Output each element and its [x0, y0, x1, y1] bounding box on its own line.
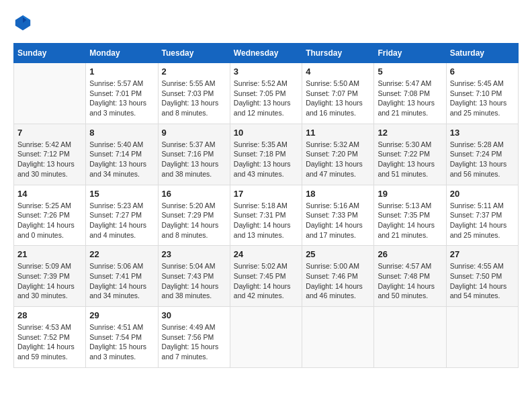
day-number: 6	[450, 66, 515, 77]
day-cell	[446, 307, 518, 368]
day-header-thursday: Thursday	[302, 44, 374, 63]
day-info: Sunrise: 5:11 AM Sunset: 7:37 PM Dayligh…	[450, 201, 515, 240]
day-cell: 29Sunrise: 4:51 AM Sunset: 7:54 PM Dayli…	[86, 307, 158, 368]
day-cell: 5Sunrise: 5:47 AM Sunset: 7:08 PM Daylig…	[374, 63, 446, 124]
day-cell: 20Sunrise: 5:11 AM Sunset: 7:37 PM Dayli…	[446, 185, 518, 246]
day-number: 22	[89, 249, 154, 259]
day-number: 13	[450, 128, 515, 138]
day-info: Sunrise: 5:00 AM Sunset: 7:46 PM Dayligh…	[306, 261, 370, 301]
day-cell: 14Sunrise: 5:25 AM Sunset: 7:26 PM Dayli…	[14, 185, 86, 246]
day-number: 8	[89, 128, 154, 138]
day-number: 27	[450, 249, 515, 259]
day-info: Sunrise: 5:20 AM Sunset: 7:29 PM Dayligh…	[162, 201, 226, 240]
day-cell	[14, 63, 86, 124]
week-row-3: 14Sunrise: 5:25 AM Sunset: 7:26 PM Dayli…	[14, 185, 519, 246]
day-info: Sunrise: 5:06 AM Sunset: 7:41 PM Dayligh…	[89, 261, 154, 301]
day-info: Sunrise: 5:04 AM Sunset: 7:43 PM Dayligh…	[162, 261, 226, 301]
day-info: Sunrise: 5:57 AM Sunset: 7:01 PM Dayligh…	[89, 79, 154, 118]
day-info: Sunrise: 5:55 AM Sunset: 7:03 PM Dayligh…	[162, 79, 226, 118]
day-number: 9	[162, 128, 226, 138]
day-cell: 17Sunrise: 5:18 AM Sunset: 7:31 PM Dayli…	[230, 185, 302, 246]
day-info: Sunrise: 5:35 AM Sunset: 7:18 PM Dayligh…	[234, 140, 298, 179]
day-number: 26	[378, 249, 442, 259]
day-info: Sunrise: 4:51 AM Sunset: 7:54 PM Dayligh…	[89, 322, 154, 362]
day-info: Sunrise: 5:50 AM Sunset: 7:07 PM Dayligh…	[306, 79, 370, 118]
day-cell: 12Sunrise: 5:30 AM Sunset: 7:22 PM Dayli…	[374, 124, 446, 185]
day-cell: 19Sunrise: 5:13 AM Sunset: 7:35 PM Dayli…	[374, 185, 446, 246]
week-row-4: 21Sunrise: 5:09 AM Sunset: 7:39 PM Dayli…	[14, 246, 519, 307]
day-header-sunday: Sunday	[14, 44, 86, 63]
day-number: 11	[306, 128, 370, 138]
day-cell: 8Sunrise: 5:40 AM Sunset: 7:14 PM Daylig…	[86, 124, 158, 185]
day-info: Sunrise: 5:16 AM Sunset: 7:33 PM Dayligh…	[306, 201, 370, 240]
day-cell: 3Sunrise: 5:52 AM Sunset: 7:05 PM Daylig…	[230, 63, 302, 124]
day-cell: 26Sunrise: 4:57 AM Sunset: 7:48 PM Dayli…	[374, 246, 446, 307]
day-number: 19	[378, 189, 442, 199]
day-info: Sunrise: 5:47 AM Sunset: 7:08 PM Dayligh…	[378, 79, 442, 118]
day-number: 3	[234, 66, 298, 77]
calendar-table: SundayMondayTuesdayWednesdayThursdayFrid…	[13, 43, 519, 368]
day-number: 25	[306, 249, 370, 259]
day-cell: 22Sunrise: 5:06 AM Sunset: 7:41 PM Dayli…	[86, 246, 158, 307]
day-cell: 6Sunrise: 5:45 AM Sunset: 7:10 PM Daylig…	[446, 63, 518, 124]
day-cell: 15Sunrise: 5:23 AM Sunset: 7:27 PM Dayli…	[86, 185, 158, 246]
day-number: 14	[17, 189, 82, 199]
day-number: 23	[162, 249, 226, 259]
day-number: 30	[162, 310, 226, 320]
day-info: Sunrise: 4:49 AM Sunset: 7:56 PM Dayligh…	[162, 322, 226, 362]
day-number: 7	[17, 128, 82, 138]
day-number: 5	[378, 66, 442, 77]
day-number: 21	[17, 249, 82, 259]
day-info: Sunrise: 5:02 AM Sunset: 7:45 PM Dayligh…	[234, 261, 298, 301]
day-cell: 13Sunrise: 5:28 AM Sunset: 7:24 PM Dayli…	[446, 124, 518, 185]
day-info: Sunrise: 5:09 AM Sunset: 7:39 PM Dayligh…	[17, 261, 82, 301]
day-number: 4	[306, 66, 370, 77]
day-number: 29	[89, 310, 154, 320]
day-info: Sunrise: 5:28 AM Sunset: 7:24 PM Dayligh…	[450, 140, 515, 179]
day-cell: 9Sunrise: 5:37 AM Sunset: 7:16 PM Daylig…	[158, 124, 230, 185]
day-cell: 24Sunrise: 5:02 AM Sunset: 7:45 PM Dayli…	[230, 246, 302, 307]
day-cell: 23Sunrise: 5:04 AM Sunset: 7:43 PM Dayli…	[158, 246, 230, 307]
day-info: Sunrise: 5:42 AM Sunset: 7:12 PM Dayligh…	[17, 140, 82, 179]
day-number: 1	[89, 66, 154, 77]
day-cell	[374, 307, 446, 368]
day-info: Sunrise: 5:37 AM Sunset: 7:16 PM Dayligh…	[162, 140, 226, 179]
day-info: Sunrise: 4:57 AM Sunset: 7:48 PM Dayligh…	[378, 261, 442, 301]
day-cell: 1Sunrise: 5:57 AM Sunset: 7:01 PM Daylig…	[86, 63, 158, 124]
logo-icon	[13, 13, 32, 32]
page-header	[13, 13, 519, 32]
day-cell: 27Sunrise: 4:55 AM Sunset: 7:50 PM Dayli…	[446, 246, 518, 307]
day-number: 12	[378, 128, 442, 138]
day-info: Sunrise: 5:52 AM Sunset: 7:05 PM Dayligh…	[234, 79, 298, 118]
week-row-5: 28Sunrise: 4:53 AM Sunset: 7:52 PM Dayli…	[14, 307, 519, 368]
day-header-tuesday: Tuesday	[158, 44, 230, 63]
day-info: Sunrise: 5:30 AM Sunset: 7:22 PM Dayligh…	[378, 140, 442, 179]
day-cell: 2Sunrise: 5:55 AM Sunset: 7:03 PM Daylig…	[158, 63, 230, 124]
week-row-1: 1Sunrise: 5:57 AM Sunset: 7:01 PM Daylig…	[14, 63, 519, 124]
day-number: 16	[162, 189, 226, 199]
day-cell: 30Sunrise: 4:49 AM Sunset: 7:56 PM Dayli…	[158, 307, 230, 368]
week-row-2: 7Sunrise: 5:42 AM Sunset: 7:12 PM Daylig…	[14, 124, 519, 185]
day-cell	[302, 307, 374, 368]
day-cell: 10Sunrise: 5:35 AM Sunset: 7:18 PM Dayli…	[230, 124, 302, 185]
day-number: 2	[162, 66, 226, 77]
day-info: Sunrise: 4:53 AM Sunset: 7:52 PM Dayligh…	[17, 322, 82, 362]
day-cell: 25Sunrise: 5:00 AM Sunset: 7:46 PM Dayli…	[302, 246, 374, 307]
day-header-saturday: Saturday	[446, 44, 518, 63]
day-header-friday: Friday	[374, 44, 446, 63]
day-cell: 18Sunrise: 5:16 AM Sunset: 7:33 PM Dayli…	[302, 185, 374, 246]
day-number: 17	[234, 189, 298, 199]
day-info: Sunrise: 5:45 AM Sunset: 7:10 PM Dayligh…	[450, 79, 515, 118]
day-info: Sunrise: 5:13 AM Sunset: 7:35 PM Dayligh…	[378, 201, 442, 240]
day-cell: 16Sunrise: 5:20 AM Sunset: 7:29 PM Dayli…	[158, 185, 230, 246]
day-info: Sunrise: 4:55 AM Sunset: 7:50 PM Dayligh…	[450, 261, 515, 301]
day-info: Sunrise: 5:25 AM Sunset: 7:26 PM Dayligh…	[17, 201, 82, 240]
day-info: Sunrise: 5:40 AM Sunset: 7:14 PM Dayligh…	[89, 140, 154, 179]
day-number: 10	[234, 128, 298, 138]
day-info: Sunrise: 5:32 AM Sunset: 7:20 PM Dayligh…	[306, 140, 370, 179]
day-number: 24	[234, 249, 298, 259]
day-cell: 7Sunrise: 5:42 AM Sunset: 7:12 PM Daylig…	[14, 124, 86, 185]
day-number: 20	[450, 189, 515, 199]
day-header-monday: Monday	[86, 44, 158, 63]
day-cell: 21Sunrise: 5:09 AM Sunset: 7:39 PM Dayli…	[14, 246, 86, 307]
